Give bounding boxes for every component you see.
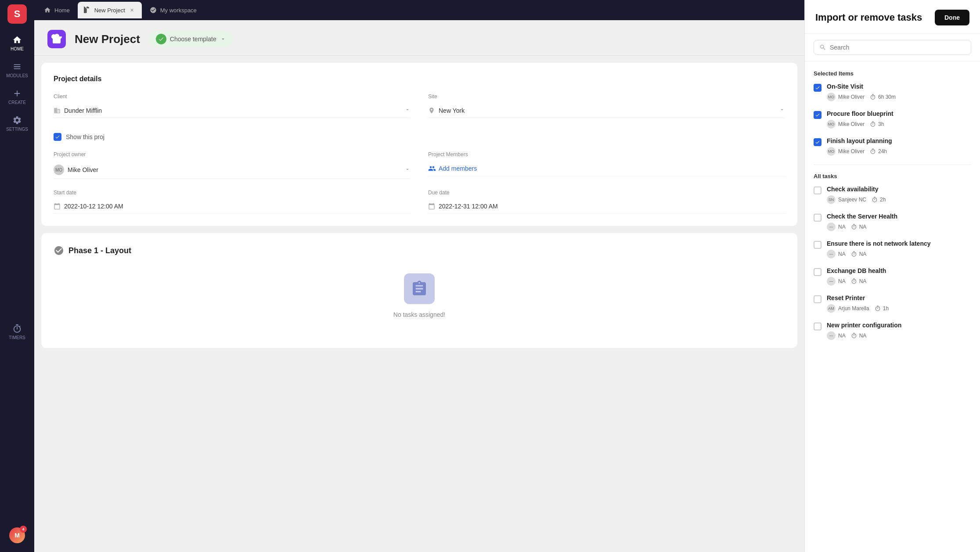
tab-new-project[interactable]: New Project ✕ bbox=[78, 2, 142, 18]
tab-home[interactable]: Home bbox=[38, 2, 76, 18]
task-duration-ensure-network: NA bbox=[851, 251, 867, 257]
user-avatar-sm: — bbox=[827, 250, 836, 258]
page-title: New Project bbox=[75, 32, 140, 46]
empty-text: No tasks assigned! bbox=[393, 311, 445, 318]
task-name-procure-floor: Procure floor blueprint bbox=[827, 110, 971, 117]
task-duration-exchange-db: NA bbox=[851, 278, 867, 284]
search-input-wrap bbox=[814, 40, 971, 55]
task-checkbox-new-printer-config[interactable] bbox=[814, 323, 821, 330]
user-avatar[interactable]: M 4 bbox=[9, 527, 25, 543]
user-avatar-sm: MO bbox=[827, 120, 836, 129]
client-chevron bbox=[404, 107, 411, 114]
sidebar-item-timers[interactable]: TIMERS bbox=[0, 319, 34, 344]
task-name-reset-printer: Reset Printer bbox=[827, 294, 971, 301]
owner-value[interactable]: MO Mike Oliver bbox=[54, 161, 411, 179]
app-logo[interactable]: S bbox=[7, 4, 27, 24]
sidebar-label-settings: SETTINGS bbox=[6, 127, 28, 132]
client-field: Client Dunder Mifflin bbox=[54, 93, 411, 118]
task-item-ensure-network: Ensure there is not network latency — NA… bbox=[814, 240, 971, 258]
show-project-row[interactable]: Show this proj bbox=[54, 133, 785, 141]
done-button[interactable]: Done bbox=[935, 10, 969, 25]
task-checkbox-procure-floor[interactable] bbox=[814, 111, 821, 119]
task-user-reset-printer: AM Arjun Marella bbox=[827, 304, 869, 313]
task-meta-procure-floor: MO Mike Oliver 3h bbox=[827, 120, 971, 129]
task-item-reset-printer: Reset Printer AM Arjun Marella 1h bbox=[814, 294, 971, 313]
panel-divider bbox=[814, 165, 971, 165]
user-avatar-sm: — bbox=[827, 277, 836, 286]
task-meta-exchange-db: — NA NA bbox=[827, 277, 971, 286]
page-area: New Project Choose template Project deta… bbox=[34, 20, 804, 552]
task-duration-reset-printer: 1h bbox=[875, 305, 889, 312]
tab-bar: Home New Project ✕ My workspace bbox=[34, 0, 804, 20]
task-checkbox-reset-printer[interactable] bbox=[814, 295, 821, 303]
site-chevron bbox=[779, 107, 785, 114]
sidebar-label-timers: TIMERS bbox=[9, 335, 25, 340]
task-checkbox-finish-layout[interactable] bbox=[814, 138, 821, 146]
sidebar-item-create[interactable]: CREATE bbox=[0, 84, 34, 109]
template-label: Choose template bbox=[170, 36, 216, 43]
site-value[interactable]: New York bbox=[428, 103, 785, 118]
task-item-finish-layout: Finish layout planning MO Mike Oliver 24… bbox=[814, 137, 971, 156]
task-name-ensure-network: Ensure there is not network latency bbox=[827, 240, 971, 247]
tab-my-workspace[interactable]: My workspace bbox=[144, 2, 203, 18]
choose-template-button[interactable]: Choose template bbox=[149, 31, 233, 47]
sidebar-item-settings[interactable]: SETTINGS bbox=[0, 111, 34, 136]
task-name-finish-layout: Finish layout planning bbox=[827, 137, 971, 144]
due-date-field: Due date 2022-12-31 12:00 AM bbox=[428, 190, 785, 214]
task-duration-on-site-visit: 6h 30m bbox=[870, 94, 896, 100]
template-icon bbox=[156, 34, 166, 44]
task-user-ensure-network: — NA bbox=[827, 250, 846, 258]
project-icon bbox=[47, 30, 66, 48]
user-avatar-sm: MO bbox=[827, 147, 836, 156]
task-info-ensure-network: Ensure there is not network latency — NA… bbox=[827, 240, 971, 258]
panel-search bbox=[805, 34, 980, 61]
task-duration-finish-layout: 24h bbox=[870, 148, 887, 154]
task-item-procure-floor: Procure floor blueprint MO Mike Oliver 3… bbox=[814, 110, 971, 129]
task-user-new-printer-config: — NA bbox=[827, 331, 846, 340]
task-meta-finish-layout: MO Mike Oliver 24h bbox=[827, 147, 971, 156]
client-value[interactable]: Dunder Mifflin bbox=[54, 103, 411, 118]
task-duration-procure-floor: 3h bbox=[870, 121, 884, 127]
task-duration-check-server: NA bbox=[851, 224, 867, 230]
task-meta-on-site-visit: MO Mike Oliver 6h 30m bbox=[827, 93, 971, 101]
client-label: Client bbox=[54, 93, 411, 100]
task-checkbox-ensure-network[interactable] bbox=[814, 241, 821, 249]
task-item-exchange-db: Exchange DB health — NA NA bbox=[814, 267, 971, 286]
task-meta-reset-printer: AM Arjun Marella 1h bbox=[827, 304, 971, 313]
start-date-label: Start date bbox=[54, 190, 411, 196]
section-title-details: Project details bbox=[54, 75, 785, 83]
task-checkbox-check-server[interactable] bbox=[814, 214, 821, 222]
tab-new-project-label: New Project bbox=[94, 7, 125, 14]
sidebar-item-home[interactable]: HOME bbox=[0, 31, 34, 56]
tab-workspace-label: My workspace bbox=[160, 7, 197, 14]
import-tasks-panel: Import or remove tasks Done Selected Ite… bbox=[804, 0, 980, 552]
task-item-check-availability: Check availability SN Sanjeev NC 2h bbox=[814, 186, 971, 204]
user-avatar-sm: MO bbox=[827, 93, 836, 101]
due-date-value[interactable]: 2022-12-31 12:00 AM bbox=[428, 199, 785, 214]
sidebar-label-modules: MODULES bbox=[6, 73, 28, 78]
tab-home-label: Home bbox=[54, 7, 70, 14]
form-grid: Client Dunder Mifflin Site bbox=[54, 93, 785, 214]
owner-chevron bbox=[404, 166, 411, 174]
page-header: New Project Choose template bbox=[34, 20, 804, 56]
show-project-label: Show this proj bbox=[66, 133, 104, 140]
phase-section: Phase 1 - Layout No tasks assigned! bbox=[41, 233, 797, 348]
task-info-exchange-db: Exchange DB health — NA NA bbox=[827, 267, 971, 286]
task-info-check-availability: Check availability SN Sanjeev NC 2h bbox=[827, 186, 971, 204]
task-user-exchange-db: — NA bbox=[827, 277, 846, 286]
start-date-value[interactable]: 2022-10-12 12:00 AM bbox=[54, 199, 411, 214]
project-details-section: Project details Client Dunder Mifflin bbox=[41, 63, 797, 226]
show-project-checkbox[interactable] bbox=[54, 133, 61, 141]
task-duration-check-availability: 2h bbox=[872, 197, 886, 203]
empty-state: No tasks assigned! bbox=[54, 256, 785, 336]
task-item-new-printer-config: New printer configuration — NA NA bbox=[814, 322, 971, 340]
task-checkbox-exchange-db[interactable] bbox=[814, 268, 821, 276]
task-user-finish-layout: MO Mike Oliver bbox=[827, 147, 865, 156]
add-members-button[interactable]: Add members bbox=[428, 165, 477, 172]
sidebar-item-modules[interactable]: MODULES bbox=[0, 57, 34, 82]
task-checkbox-on-site-visit[interactable] bbox=[814, 84, 821, 92]
task-user-procure-floor: MO Mike Oliver bbox=[827, 120, 865, 129]
search-input[interactable] bbox=[830, 44, 966, 51]
tab-close-button[interactable]: ✕ bbox=[129, 7, 136, 14]
task-checkbox-check-availability[interactable] bbox=[814, 186, 821, 194]
